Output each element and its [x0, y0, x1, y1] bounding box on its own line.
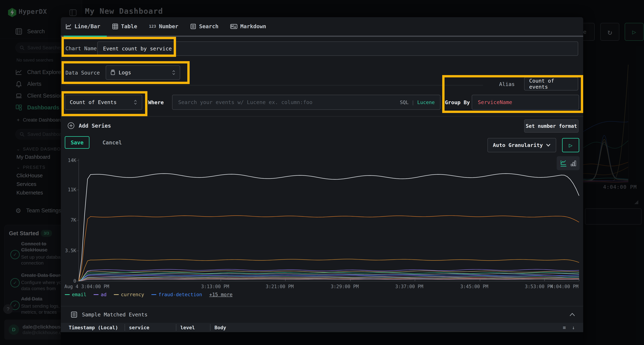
column-header[interactable]: Body — [210, 324, 490, 331]
table-options-icon[interactable]: ≡ — [563, 325, 566, 331]
tab-markdown[interactable]: Markdown — [230, 23, 266, 29]
tab-label: Table — [121, 23, 137, 29]
y-tick-label: 3.5K — [61, 248, 76, 253]
set-number-format-label: Set number format — [526, 123, 577, 129]
column-header[interactable]: Timestamp (Local) — [61, 324, 124, 331]
x-tick-label: 3:13:00 PM — [201, 284, 229, 289]
highlight-aggregation — [62, 91, 148, 116]
legend-label: fraud-detection — [158, 292, 202, 297]
tab-label: Search — [199, 23, 218, 29]
list-icon — [71, 311, 77, 318]
screen: My New Dashboard Save ↻ ▷ 4:04:00 PM Hyp… — [0, 0, 644, 345]
chevron-down-icon — [546, 143, 551, 147]
x-tick-label: 3:29:00 PM — [331, 284, 359, 289]
where-label: Where — [148, 99, 164, 105]
add-series-label: Add Series — [79, 123, 111, 129]
collapse-chevron-up-icon[interactable] — [569, 313, 575, 317]
legend-item[interactable]: fraud-detection — [151, 292, 202, 297]
cancel-label: Cancel — [102, 139, 122, 146]
legend-dash-icon — [114, 294, 119, 295]
lucene-toggle[interactable]: Lucene — [417, 100, 435, 105]
plus-circle-icon — [67, 122, 75, 129]
granularity-value: Auto Granularity — [493, 142, 543, 148]
where-text-input[interactable] — [178, 99, 398, 105]
save-label: Save — [71, 139, 84, 146]
event-count-chart[interactable] — [61, 154, 583, 293]
highlight-group-by-alias — [442, 75, 583, 113]
run-chart-button[interactable]: ▷ — [562, 138, 579, 152]
series-divider — [66, 85, 483, 85]
play-icon: ▷ — [569, 142, 572, 149]
save-button[interactable]: Save — [65, 136, 90, 149]
tabs-underline — [61, 35, 583, 37]
granularity-select[interactable]: Auto Granularity — [488, 138, 556, 152]
x-tick-label: 3:37:00 PM — [395, 284, 424, 289]
query-language-toggle[interactable]: SQL | Lucene — [400, 100, 435, 105]
toggle-separator: | — [412, 100, 414, 105]
y-tick-label: 7K — [61, 217, 76, 223]
chart-legend: emailadcurrencyfraud-detection+15 more — [65, 292, 232, 297]
legend-label: email — [72, 292, 86, 297]
section-divider — [61, 306, 583, 306]
column-header[interactable]: level — [176, 324, 210, 331]
tab-line-bar[interactable]: Line/Bar — [66, 23, 100, 29]
legend-more-link[interactable]: +15 more — [209, 292, 232, 297]
events-table-body — [61, 332, 583, 345]
column-header[interactable]: service — [125, 324, 176, 331]
legend-label: ad — [101, 292, 106, 297]
active-tab-indicator — [64, 35, 107, 37]
legend-item[interactable]: ad — [94, 292, 106, 297]
events-table-header: Timestamp (Local) service level Body ≡ ↓ — [61, 323, 583, 332]
markdown-icon — [230, 23, 238, 29]
x-tick-label: 4:04:00 PM — [550, 284, 578, 289]
legend-label: currency — [121, 292, 144, 297]
number-123-icon: 123 — [149, 24, 156, 28]
highlight-chart-name — [62, 37, 176, 57]
y-tick-label: 14K — [61, 158, 76, 163]
where-input[interactable]: SQL | Lucene — [172, 95, 440, 110]
tab-search[interactable]: Search — [190, 23, 218, 29]
sql-toggle[interactable]: SQL — [400, 100, 408, 105]
add-series-button[interactable]: Add Series — [67, 122, 111, 129]
tab-number[interactable]: 123 Number — [149, 23, 178, 29]
download-icon[interactable]: ↓ — [572, 325, 575, 331]
legend-item[interactable]: currency — [114, 292, 144, 297]
legend-dash-icon — [151, 294, 156, 295]
x-tick-label: 3:21:00 PM — [266, 284, 294, 289]
y-tick-label: 11K — [61, 187, 76, 192]
sample-events-header[interactable]: Sample Matched Events — [71, 311, 148, 318]
sample-events-title: Sample Matched Events — [82, 312, 148, 318]
legend-item[interactable]: email — [65, 292, 86, 297]
table-icon — [112, 23, 118, 29]
set-number-format-button[interactable]: Set number format — [524, 119, 578, 133]
line-chart-icon — [66, 23, 72, 29]
highlight-data-source — [62, 61, 190, 84]
y-tick-label: 0 — [61, 278, 76, 284]
list-icon — [190, 23, 196, 29]
section-divider — [61, 116, 583, 117]
legend-dash-icon — [65, 294, 70, 295]
x-tick-label: 3:53:00 PM — [525, 284, 553, 289]
legend-dash-icon — [94, 294, 98, 295]
cancel-button[interactable]: Cancel — [99, 136, 126, 149]
x-tick-label: 3:45:00 PM — [460, 284, 488, 289]
chart-type-tabs: Line/Bar Table 123 Number — [66, 23, 266, 29]
tab-table[interactable]: Table — [112, 23, 137, 29]
tab-label: Number — [159, 23, 178, 29]
x-tick-label: Aug 4 3:04:00 PM — [64, 284, 109, 289]
tab-label: Markdown — [240, 23, 266, 29]
tab-label: Line/Bar — [74, 23, 100, 29]
